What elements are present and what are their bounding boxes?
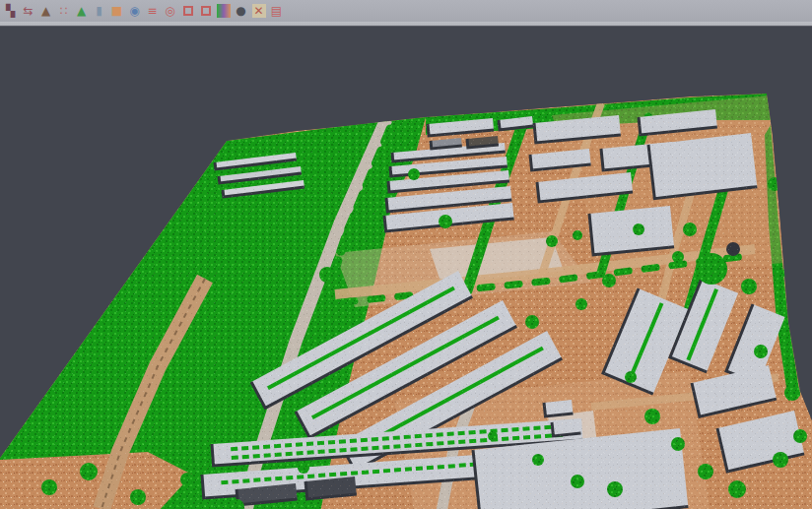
sphere-dark-icon: ● xyxy=(235,4,248,18)
3d-viewport[interactable] xyxy=(0,27,812,509)
application-window: ▚⇆▲∷▲▮■◉≡◎●✕▤ xyxy=(0,0,812,509)
edit-colors-icon[interactable]: ▚ xyxy=(2,2,19,20)
orange-plane-icon[interactable]: ■ xyxy=(108,2,125,20)
terrain-green-icon[interactable]: ▲ xyxy=(73,2,90,20)
point-picking-icon[interactable]: ∷ xyxy=(55,2,72,20)
terrain-brown-icon: ▲ xyxy=(39,4,53,18)
sphere-dark-icon[interactable]: ● xyxy=(233,2,249,20)
align-clouds-icon[interactable]: ⇆ xyxy=(20,2,36,20)
delete-points-icon[interactable]: ✕ xyxy=(250,2,267,20)
align-clouds-icon: ⇆ xyxy=(22,4,35,18)
striped-bar-icon: ▤ xyxy=(270,4,284,18)
vertical-slab-icon: ▮ xyxy=(93,4,106,18)
vertical-slab-icon[interactable]: ▮ xyxy=(91,2,107,20)
ring-tool-icon: ◎ xyxy=(164,4,177,18)
toolbar: ▚⇆▲∷▲▮■◉≡◎●✕▤ xyxy=(0,0,812,22)
crop-frame-icon xyxy=(183,6,193,16)
crop-frame-icon[interactable] xyxy=(179,2,196,20)
point-picking-icon: ∷ xyxy=(57,4,71,18)
color-ramp-icon[interactable] xyxy=(215,2,232,20)
selection-box-icon xyxy=(201,6,211,16)
striped-bar-icon[interactable]: ▤ xyxy=(268,2,285,20)
terrain-brown-icon[interactable]: ▲ xyxy=(37,2,54,20)
layer-list-icon: ≡ xyxy=(146,4,160,18)
globe-blue-icon: ◉ xyxy=(128,4,142,18)
terrain-green-icon: ▲ xyxy=(75,4,89,18)
delete-points-icon: ✕ xyxy=(252,4,266,18)
globe-blue-icon[interactable]: ◉ xyxy=(126,2,143,20)
edit-colors-icon: ▚ xyxy=(4,4,18,18)
layer-list-icon[interactable]: ≡ xyxy=(144,2,161,20)
selection-box-icon[interactable] xyxy=(197,2,214,20)
point-cloud-scene[interactable] xyxy=(0,27,812,509)
orange-plane-icon: ■ xyxy=(110,4,124,18)
ring-tool-icon[interactable]: ◎ xyxy=(162,2,178,20)
color-ramp-icon xyxy=(217,4,231,18)
